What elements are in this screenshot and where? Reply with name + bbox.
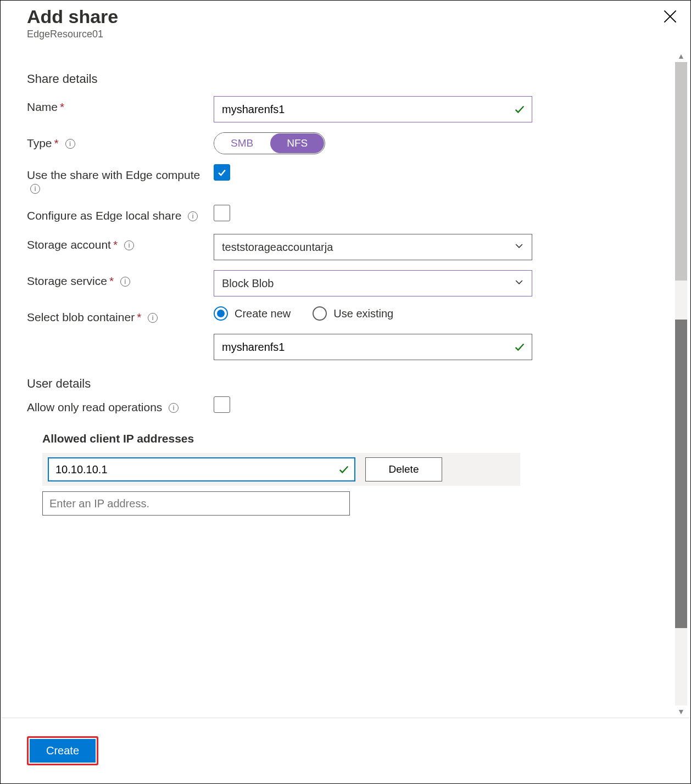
row-storage-account: Storage account* i teststorageaccountarj…	[27, 234, 664, 260]
form-scroll-area: Share details Name* Type* i	[1, 50, 690, 718]
edge-compute-checkbox[interactable]	[214, 164, 230, 181]
scroll-down-icon[interactable]: ▼	[675, 705, 687, 718]
required-asterisk: *	[60, 100, 64, 113]
row-blob-container-name	[27, 334, 664, 360]
local-share-checkbox[interactable]	[214, 205, 230, 221]
ip-input[interactable]	[48, 457, 355, 481]
section-share-details: Share details	[27, 72, 664, 86]
storage-account-value: teststorageaccountarja	[222, 241, 333, 253]
info-icon[interactable]: i	[148, 313, 158, 323]
radio-use-existing-label: Use existing	[333, 307, 393, 320]
required-asterisk: *	[109, 275, 114, 287]
ip-placeholder-input[interactable]	[42, 491, 350, 516]
scrollbar-track[interactable]	[675, 62, 687, 705]
radio-create-new-label: Create new	[235, 307, 291, 320]
type-label: Type	[27, 137, 52, 149]
read-only-label: Allow only read operations	[27, 401, 162, 413]
radio-circle-icon	[313, 306, 327, 321]
storage-service-label: Storage service	[27, 275, 107, 287]
edge-compute-label: Use the share with Edge compute	[27, 169, 200, 181]
panel-header: Add share EdgeResource01	[1, 1, 690, 40]
panel-footer: Create	[1, 718, 690, 783]
info-icon[interactable]: i	[188, 211, 198, 221]
delete-ip-button[interactable]: Delete	[365, 457, 442, 481]
name-label: Name	[27, 100, 58, 113]
section-user-details: User details	[27, 377, 664, 391]
required-asterisk: *	[137, 311, 141, 323]
name-input[interactable]	[214, 96, 532, 122]
row-storage-service: Storage service* i Block Blob	[27, 270, 664, 296]
scrollbar-thumb[interactable]	[675, 320, 687, 629]
blob-container-label: Select blob container	[27, 311, 135, 323]
radio-circle-icon	[214, 306, 228, 321]
scroll-up-icon[interactable]: ▲	[675, 50, 687, 62]
type-option-nfs[interactable]: NFS	[270, 133, 324, 153]
scrollbar-thumb[interactable]	[675, 62, 687, 281]
row-read-only: Allow only read operations i	[27, 396, 664, 416]
info-icon[interactable]: i	[65, 139, 75, 149]
allowed-ip-block: Allowed client IP addresses Delete	[27, 432, 664, 486]
close-icon[interactable]	[662, 8, 678, 25]
radio-create-new[interactable]: Create new	[214, 306, 291, 321]
info-icon[interactable]: i	[120, 277, 130, 287]
row-local-share: Configure as Edge local share i	[27, 205, 664, 224]
required-asterisk: *	[54, 137, 59, 149]
blob-container-name-input[interactable]	[214, 334, 532, 360]
type-option-smb[interactable]: SMB	[214, 133, 270, 154]
panel-subtitle: EdgeResource01	[27, 29, 664, 40]
row-blob-container: Select blob container* i Create new Use …	[27, 306, 664, 324]
required-asterisk: *	[113, 238, 118, 251]
allowed-ip-title: Allowed client IP addresses	[42, 432, 664, 445]
create-highlight: Create	[27, 736, 98, 765]
ip-placeholder-row	[27, 491, 664, 516]
scrollbar[interactable]: ▲ ▼	[675, 50, 687, 718]
ip-row: Delete	[42, 453, 520, 486]
create-button[interactable]: Create	[30, 739, 96, 763]
info-icon[interactable]: i	[169, 403, 179, 413]
read-only-checkbox[interactable]	[214, 396, 230, 413]
local-share-label: Configure as Edge local share	[27, 209, 181, 222]
storage-account-select[interactable]: teststorageaccountarja	[214, 234, 532, 260]
radio-use-existing[interactable]: Use existing	[313, 306, 393, 321]
info-icon[interactable]: i	[124, 240, 134, 250]
type-toggle: SMB NFS	[214, 132, 325, 154]
storage-account-label: Storage account	[27, 238, 111, 251]
row-name: Name*	[27, 96, 664, 122]
add-share-panel: Add share EdgeResource01 Share details N…	[0, 0, 691, 784]
storage-service-value: Block Blob	[222, 277, 274, 289]
storage-service-select[interactable]: Block Blob	[214, 270, 532, 296]
panel-title: Add share	[27, 6, 664, 27]
row-edge-compute: Use the share with Edge compute i	[27, 164, 664, 195]
info-icon[interactable]: i	[30, 184, 40, 194]
row-type: Type* i SMB NFS	[27, 132, 664, 154]
